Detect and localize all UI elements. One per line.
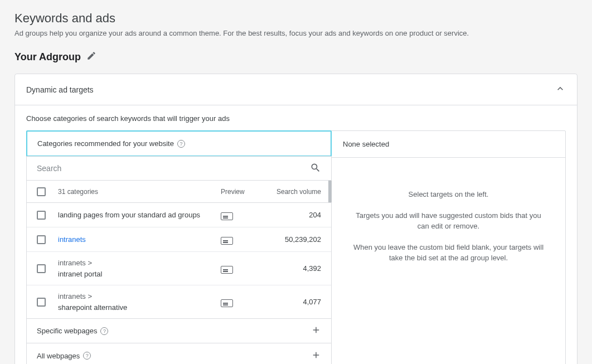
plus-icon[interactable] xyxy=(311,350,321,362)
row-checkbox[interactable] xyxy=(37,298,46,307)
tab-categories-recommended[interactable]: Categories recommended for your website … xyxy=(27,132,331,156)
scrollbar[interactable] xyxy=(328,181,332,202)
card-header[interactable]: Dynamic ad targets xyxy=(15,74,577,105)
preview-icon[interactable] xyxy=(221,299,233,307)
tab-label: Categories recommended for your website xyxy=(37,139,174,148)
select-all-checkbox[interactable] xyxy=(37,187,46,196)
help-text: When you leave the custom bid field blan… xyxy=(352,242,545,264)
selected-header: None selected xyxy=(332,131,565,158)
category-name: landing pages from your standard ad grou… xyxy=(58,210,221,221)
table-row[interactable]: intranets 50,239,202 xyxy=(27,227,331,252)
page-subtitle: Ad groups help you organize your ads aro… xyxy=(14,29,578,37)
page-title: Keywords and ads xyxy=(14,11,578,26)
section-specific-webpages[interactable]: Specific webpages ? xyxy=(27,319,331,343)
col-name-header: 31 categories xyxy=(58,188,221,196)
row-checkbox[interactable] xyxy=(37,235,46,244)
table-row[interactable]: landing pages from your standard ad grou… xyxy=(27,203,331,227)
table-row[interactable]: intranets > intranet portal 4,392 xyxy=(27,252,331,285)
col-volume-header: Search volume xyxy=(265,188,321,196)
category-name[interactable]: intranets xyxy=(58,235,86,244)
help-icon[interactable]: ? xyxy=(100,327,108,335)
row-checkbox[interactable] xyxy=(37,264,46,273)
section-label: Specific webpages xyxy=(37,327,97,335)
preview-icon[interactable] xyxy=(221,212,233,220)
search-volume: 204 xyxy=(265,211,321,219)
card-title: Dynamic ad targets xyxy=(26,85,94,94)
instruction-text: Choose categories of search keywords tha… xyxy=(26,114,566,123)
plus-icon[interactable] xyxy=(311,325,321,337)
col-preview-header: Preview xyxy=(221,188,265,196)
section-label: All webpages xyxy=(37,352,80,360)
edit-icon[interactable] xyxy=(86,51,96,64)
adgroup-name: Your Adgroup xyxy=(14,51,81,63)
help-icon[interactable]: ? xyxy=(177,140,185,148)
row-checkbox[interactable] xyxy=(37,211,46,220)
search-input[interactable] xyxy=(37,164,264,173)
category-name: intranets > intranet portal xyxy=(58,258,221,279)
search-icon[interactable] xyxy=(310,162,321,175)
dynamic-ad-targets-card: Dynamic ad targets Choose categories of … xyxy=(14,74,578,364)
preview-icon[interactable] xyxy=(221,266,233,274)
table-row[interactable]: intranets > sharepoint alternative 4,077 xyxy=(27,285,331,319)
help-text: Select targets on the left. xyxy=(352,189,545,200)
help-icon[interactable]: ? xyxy=(83,352,91,360)
preview-icon[interactable] xyxy=(221,237,233,245)
help-text: Targets you add will have suggested cust… xyxy=(352,210,545,232)
search-volume: 4,077 xyxy=(265,298,321,306)
search-volume: 50,239,202 xyxy=(265,235,321,244)
search-volume: 4,392 xyxy=(265,264,321,273)
section-all-webpages[interactable]: All webpages ? xyxy=(27,343,331,364)
chevron-up-icon[interactable] xyxy=(555,83,566,96)
category-name: intranets > sharepoint alternative xyxy=(58,291,221,313)
